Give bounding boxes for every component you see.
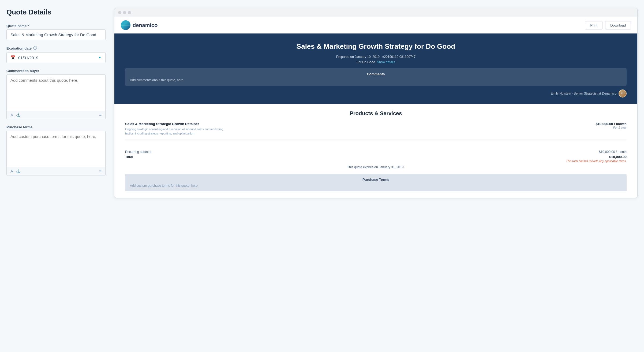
info-icon: ⓘ — [33, 46, 37, 51]
quote-for: For Do Good Show details — [125, 60, 627, 64]
link-icon[interactable]: ⚓ — [16, 113, 21, 117]
purchase-toolbar-right: ≡ — [99, 169, 102, 174]
chevron-down-icon: ▼ — [98, 56, 102, 59]
recurring-subtotal-row: Recurring subtotal $10,000.00 / month — [125, 150, 627, 154]
purchase-toolbar-left: A ⚓ — [10, 169, 21, 174]
purchase-terms-box: Purchase Terms Add custom purchase terms… — [125, 174, 627, 191]
calendar-icon: 📅 — [10, 55, 16, 60]
comments-toolbar: A ⚓ ≡ — [7, 111, 105, 119]
expiration-date-label: Expiration date ⓘ — [6, 46, 106, 51]
font-size-icon-2[interactable]: A — [10, 169, 13, 174]
total-label: Total — [125, 155, 133, 159]
comments-box: Comments Add comments about this quote, … — [125, 68, 627, 86]
recurring-subtotal-value: $10,000.00 / month — [599, 150, 627, 154]
comments-label: Comments to buyer — [6, 69, 106, 73]
comments-box-title: Comments — [130, 72, 622, 76]
tax-note: This total doesn't include any applicabl… — [125, 159, 627, 163]
quote-name-label: Quote name * — [6, 24, 106, 28]
total-row: Total $10,000.00 — [125, 155, 627, 159]
product-name: Sales & Marketing Strategic Growth Retai… — [125, 122, 227, 126]
product-price: $10,000.00 / month — [596, 122, 627, 126]
show-details-link[interactable]: Show details — [377, 60, 395, 64]
page-title: Quote Details — [6, 8, 106, 16]
comments-textarea[interactable] — [7, 75, 105, 110]
products-section: Products & Services Sales & Marketing St… — [114, 104, 637, 150]
text-align-icon-2[interactable]: ≡ — [99, 169, 102, 173]
product-info: Sales & Marketing Strategic Growth Retai… — [125, 122, 227, 136]
product-row: Sales & Marketing Strategic Growth Retai… — [125, 122, 627, 140]
date-picker[interactable]: 📅 01/31/2019 ▼ — [6, 52, 106, 63]
purchase-toolbar: A ⚓ ≡ — [7, 167, 105, 175]
preview-header: denamico Print Download — [114, 17, 637, 33]
purchase-terms-title: Purchase Terms — [130, 178, 622, 182]
recurring-subtotal-label: Recurring subtotal — [125, 150, 151, 154]
author-name: Emily Hulstein · Senior Strategist at De… — [551, 92, 616, 95]
quote-name-input[interactable] — [6, 29, 106, 40]
quote-hero: Sales & Marketing Growth Strategy for Do… — [114, 33, 637, 104]
browser-dot-red — [118, 11, 121, 14]
total-value: $10,000.00 — [609, 155, 627, 159]
purchase-terms-textarea-wrapper: A ⚓ ≡ — [6, 131, 106, 175]
purchase-terms-body: Add custom purchase terms for this quote… — [130, 184, 622, 188]
purchase-terms-label: Purchase terms — [6, 125, 106, 129]
quote-title: Sales & Marketing Growth Strategy for Do… — [125, 42, 627, 51]
author-row: Emily Hulstein · Senior Strategist at De… — [125, 89, 627, 98]
purchase-terms-textarea[interactable] — [7, 131, 105, 166]
date-value: 01/31/2019 — [18, 55, 98, 60]
brand-logo: denamico — [121, 20, 158, 30]
browser-preview: denamico Print Download Sales & Marketin… — [114, 8, 638, 198]
products-title: Products & Services — [125, 110, 627, 117]
expiration-date-group: Expiration date ⓘ 📅 01/31/2019 ▼ — [6, 46, 106, 63]
purchase-terms-group: Purchase terms A ⚓ ≡ — [6, 125, 106, 175]
browser-chrome — [114, 8, 637, 17]
expires-note: This quote expires on January 31, 2019. — [125, 165, 627, 169]
comments-box-body: Add comments about this quote, here. — [130, 78, 622, 82]
product-duration: For 1 year — [596, 126, 627, 129]
quote-name-group: Quote name * — [6, 24, 106, 40]
right-panel: denamico Print Download Sales & Marketin… — [114, 8, 638, 344]
totals-section: Recurring subtotal $10,000.00 / month To… — [114, 150, 637, 169]
link-icon-2[interactable]: ⚓ — [16, 169, 21, 174]
font-size-icon[interactable]: A — [10, 113, 13, 117]
quote-meta: Prepared on January 10, 2019 · #20190110… — [125, 55, 627, 59]
toolbar-left: A ⚓ — [10, 113, 21, 117]
text-align-icon[interactable]: ≡ — [99, 113, 102, 117]
comments-group: Comments to buyer A ⚓ ≡ — [6, 69, 106, 119]
browser-dot-yellow — [123, 11, 126, 14]
left-panel: Quote Details Quote name * Expiration da… — [6, 8, 106, 344]
toolbar-right: ≡ — [99, 113, 102, 117]
brand-name: denamico — [133, 22, 158, 28]
download-button[interactable]: Download — [605, 21, 631, 29]
product-pricing: $10,000.00 / month For 1 year — [596, 122, 627, 129]
preview-actions: Print Download — [585, 21, 631, 29]
browser-dot-green — [128, 11, 131, 14]
logo-globe-icon — [121, 20, 130, 30]
print-button[interactable]: Print — [585, 21, 602, 29]
comments-textarea-wrapper: A ⚓ ≡ — [6, 74, 106, 119]
author-avatar: EH — [619, 89, 627, 98]
product-desc: Ongoing strategic consulting and executi… — [125, 127, 227, 136]
